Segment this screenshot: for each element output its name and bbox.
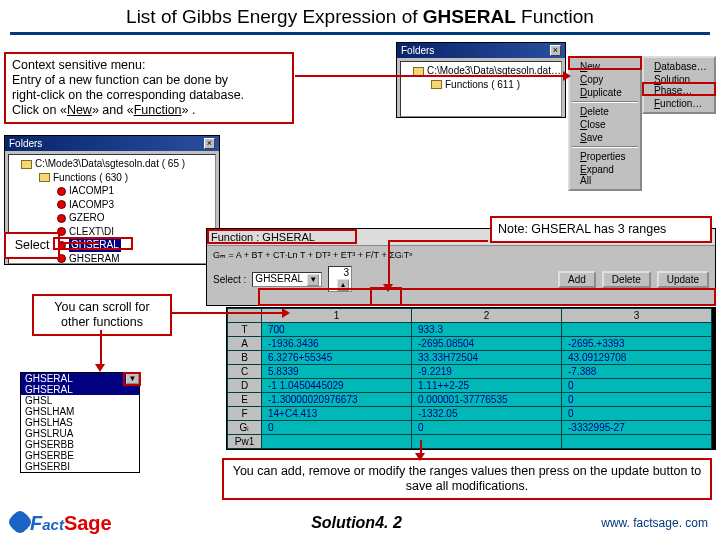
list-item[interactable]: GHSERAL	[21, 373, 126, 384]
close-icon[interactable]: ×	[550, 45, 561, 56]
arrow-head-icon	[415, 453, 425, 461]
list-item[interactable]: GHSERAL	[21, 384, 139, 395]
grid-cell[interactable]: -1332.05	[412, 407, 562, 421]
panel-title-text: Folders	[9, 138, 42, 149]
close-icon[interactable]: ×	[204, 138, 215, 149]
tree-item[interactable]: IACOMP1	[11, 184, 213, 198]
footer-center: Solution4. 2	[311, 514, 402, 532]
arrow-head-icon	[563, 71, 571, 81]
list-item[interactable]: GHSLRUA	[21, 428, 139, 439]
title-suffix: Function	[516, 6, 594, 27]
callout-line: Context sensitive menu:	[12, 58, 286, 73]
grid-cell[interactable]: 6.3276+55345	[262, 351, 412, 365]
gear-icon	[12, 514, 28, 530]
grid-cell[interactable]: 14+C4.413	[262, 407, 412, 421]
grid-table[interactable]: 123T700933.3A-1936.3436-2695.08504-2695.…	[227, 308, 712, 449]
page-footer: FactSage Solution4. 2 www. factsage. com	[0, 506, 720, 540]
callout-line: Click on «New» and «Function» .	[12, 103, 286, 118]
grid-row-header: E	[228, 393, 262, 407]
tree-item[interactable]: C:\Mode3\Data\sgtesoln.dat ( 65 )	[11, 157, 213, 171]
folder-icon	[431, 80, 442, 89]
callout-select: Select	[4, 232, 60, 259]
list-item[interactable]: GHSERBI	[21, 461, 139, 472]
menu-item-close[interactable]: Close	[570, 118, 640, 131]
callout-context-menu: Context sensitive menu: Entry of a new f…	[4, 52, 294, 124]
grid-cell[interactable]: -7.388	[562, 365, 712, 379]
grid-cell[interactable]: 43.09129708	[562, 351, 712, 365]
panel-titlebar[interactable]: Folders ×	[5, 136, 219, 151]
arrow-head-icon	[282, 308, 290, 318]
menu-item-save[interactable]: Save	[570, 131, 640, 144]
grid-cell[interactable]	[262, 435, 412, 449]
grid-cell[interactable]: -1936.3436	[262, 337, 412, 351]
grid-cell[interactable]: 0	[562, 393, 712, 407]
grid-cell[interactable]: 0.000001-37776535	[412, 393, 562, 407]
menu-item-database[interactable]: Database…	[644, 60, 714, 73]
menu-item-duplicate[interactable]: Duplicate	[570, 86, 640, 99]
grid-cell[interactable]: -1 1.0450445029	[262, 379, 412, 393]
add-button[interactable]: Add	[558, 271, 596, 288]
menu-item-properties[interactable]: Properties	[570, 150, 640, 163]
update-button[interactable]: Update	[657, 271, 709, 288]
grid-cell[interactable]: -2695.+3393	[562, 337, 712, 351]
chevron-down-icon[interactable]: ▼	[307, 274, 319, 286]
list-item[interactable]: GHSLHAS	[21, 417, 139, 428]
callout-text: other functions	[40, 315, 164, 330]
highlight-function-title	[207, 229, 357, 244]
grid-cell[interactable]: 1.11++2-25	[412, 379, 562, 393]
select-label: Select :	[213, 274, 246, 285]
menu-item-expand-all[interactable]: Expand All	[570, 163, 640, 187]
callout-note: Note: GHSERAL has 3 ranges	[490, 216, 712, 243]
list-item[interactable]: GHSLHAM	[21, 406, 139, 417]
context-menu[interactable]: New Copy Duplicate Delete Close Save Pro…	[568, 56, 642, 191]
grid-cell[interactable]: -2695.08504	[412, 337, 562, 351]
grid-cell[interactable]: 0	[562, 407, 712, 421]
grid-row-header: Gᵢ	[228, 421, 262, 435]
function-listbox[interactable]: GHSERAL ▼ GHSERAL GHSL GHSLHAM GHSLHAS G…	[20, 372, 140, 473]
list-item[interactable]: GHSERBE	[21, 450, 139, 461]
list-item[interactable]: GHSL	[21, 395, 139, 406]
tree-item[interactable]: Functions ( 630 )	[11, 171, 213, 185]
grid-row-header: T	[228, 323, 262, 337]
folder-tree[interactable]: C:\Mode3\Data\sgtesoln.dat… Functions ( …	[400, 61, 562, 117]
grid-row-header: C	[228, 365, 262, 379]
callout-line: Entry of a new function can be done by	[12, 73, 286, 88]
list-item[interactable]: GHSERBB	[21, 439, 139, 450]
grid-cell[interactable]: 33.33H72504	[412, 351, 562, 365]
tree-item[interactable]: Functions ( 611 )	[403, 78, 559, 92]
ranges-grid[interactable]: 123T700933.3A-1936.3436-2695.08504-2695.…	[226, 307, 716, 450]
grid-cell[interactable]	[412, 435, 562, 449]
arrow-line	[172, 312, 284, 314]
highlight-select-row	[258, 288, 716, 306]
function-icon	[57, 200, 66, 209]
callout-text: Select	[15, 238, 50, 252]
menu-item-function[interactable]: Function…	[644, 97, 714, 110]
arrow-line	[388, 240, 390, 287]
callout-text: You can add, remove or modify the ranges…	[233, 464, 702, 493]
grid-cell[interactable]: 0	[562, 379, 712, 393]
arrow-line	[388, 240, 488, 242]
grid-cell[interactable]	[562, 435, 712, 449]
menu-item-delete[interactable]: Delete	[570, 105, 640, 118]
grid-cell[interactable]: 933.3	[412, 323, 562, 337]
tree-item[interactable]: GZERO	[11, 211, 213, 225]
grid-cell[interactable]: -3332995-27	[562, 421, 712, 435]
grid-cell[interactable]: -1.30000020976673	[262, 393, 412, 407]
grid-cell[interactable]: 0	[262, 421, 412, 435]
function-combo[interactable]: GHSERAL▼	[252, 272, 322, 287]
title-bold: GHSERAL	[423, 6, 516, 27]
delete-button[interactable]: Delete	[602, 271, 651, 288]
grid-cell[interactable]	[562, 323, 712, 337]
menu-item-copy[interactable]: Copy	[570, 73, 640, 86]
page-title: List of Gibbs Energy Expression of GHSER…	[0, 0, 720, 32]
tree-item[interactable]: IACOMP3	[11, 198, 213, 212]
folder-icon	[21, 160, 32, 169]
grid-cell[interactable]: 0	[412, 421, 562, 435]
grid-cell[interactable]: 5.8339	[262, 365, 412, 379]
title-rule	[10, 32, 710, 35]
grid-cell[interactable]: -9.2219	[412, 365, 562, 379]
grid-cell[interactable]: 700	[262, 323, 412, 337]
panel-titlebar[interactable]: Folders ×	[397, 43, 565, 58]
grid-row-header: Pw1	[228, 435, 262, 449]
callout-text: Note: GHSERAL has 3 ranges	[498, 222, 666, 236]
